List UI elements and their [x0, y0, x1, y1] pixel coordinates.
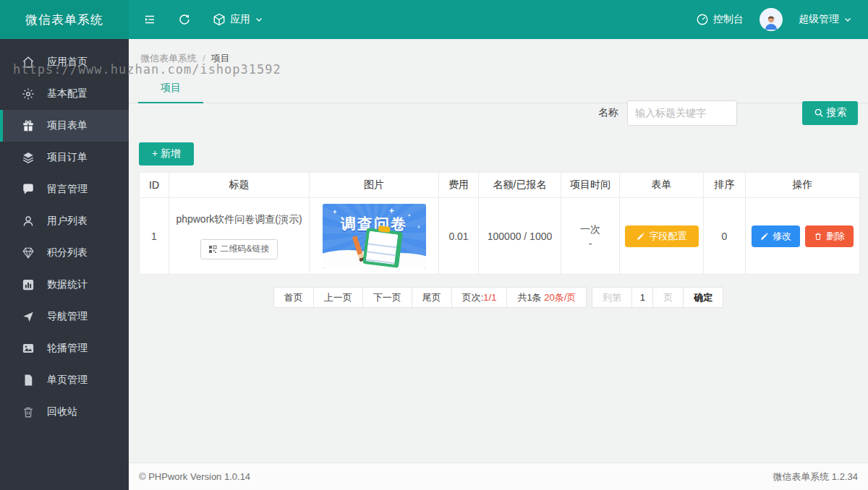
chevron-down-icon — [843, 15, 852, 24]
search-row: 名称 搜索 — [598, 100, 858, 126]
cell-title: phpwork软件问卷调查(演示) 二维码&链接 — [169, 198, 310, 275]
refresh-icon[interactable] — [178, 13, 191, 26]
topbar-left: 应用 — [129, 0, 263, 39]
nav-icon — [22, 310, 35, 323]
pagination-goto-input[interactable] — [631, 287, 653, 308]
cell-form: 字段配置 — [620, 198, 704, 275]
cell-image: 调查问卷 — [310, 198, 439, 275]
comment-icon — [22, 183, 35, 196]
sidebar: 应用首页 基本配置 项目表单 项目订单 留言管理 用户列表 — [0, 39, 129, 490]
image-icon — [22, 342, 35, 355]
home-icon — [22, 56, 35, 69]
cell-id: 1 — [140, 198, 169, 275]
layers-icon — [22, 151, 35, 164]
sidebar-item-single-page[interactable]: 单页管理 — [0, 364, 129, 396]
edit-button[interactable]: 修改 — [752, 225, 800, 247]
chart-icon — [22, 278, 35, 291]
tab-project[interactable]: 项目 — [138, 77, 203, 103]
gear-icon — [22, 87, 35, 100]
sidebar-item-project-forms[interactable]: 项目表单 — [0, 110, 129, 142]
sidebar-item-carousel[interactable]: 轮播管理 — [0, 332, 129, 364]
trash-icon — [814, 232, 822, 241]
pencil-icon — [760, 232, 769, 241]
top-bar: 微信表单系统 应用 — [0, 0, 868, 39]
footer-system-version: 微信表单系统 1.2.34 — [773, 470, 858, 483]
breadcrumb-root[interactable]: 微信表单系统 — [140, 53, 197, 64]
sidebar-item-messages[interactable]: 留言管理 — [0, 173, 129, 205]
clipboard-graphic — [362, 228, 403, 268]
pagination-goto-label: 到第 — [592, 287, 632, 308]
pagination-confirm-button[interactable]: 确定 — [683, 287, 723, 308]
pagination-total-info: 共1条 20条/页 — [506, 287, 587, 308]
sidebar-item-app-home[interactable]: 应用首页 — [0, 46, 129, 78]
app-logo: 微信表单系统 — [0, 0, 129, 39]
user-avatar[interactable] — [760, 8, 783, 31]
projects-table: ID 标题 图片 费用 名额/已报名 项目时间 表单 排序 操作 1 phpwo… — [139, 172, 860, 275]
sidebar-item-recycle-bin[interactable]: 回收站 — [0, 396, 129, 428]
col-header-sort: 排序 — [704, 173, 746, 198]
project-title: phpwork软件问卷调查(演示) — [169, 213, 309, 226]
pagination: 首页 上一页 下一页 尾页 页次:1/1 共1条 20条/页 到第 页 确定 — [129, 287, 868, 308]
table-row: 1 phpwork软件问卷调查(演示) 二维码&链接 调 — [140, 198, 860, 275]
username: 超级管理 — [799, 13, 839, 26]
sidebar-item-users[interactable]: 用户列表 — [0, 205, 129, 237]
cell-fee: 0.01 — [439, 198, 479, 275]
console-link[interactable]: 控制台 — [696, 13, 744, 26]
sidebar-item-navigation[interactable]: 导航管理 — [0, 301, 129, 332]
pencil-icon — [637, 232, 645, 241]
search-icon — [814, 108, 824, 118]
pagination-next[interactable]: 下一页 — [362, 287, 412, 308]
field-config-button[interactable]: 字段配置 — [625, 225, 699, 247]
cell-sort: 0 — [704, 198, 746, 275]
cell-time: 一次 - — [561, 198, 620, 275]
console-label: 控制台 — [713, 13, 744, 26]
main-content: 微信表单系统/项目 项目 名称 搜索 + 新增 ID 标题 图片 费用 名额/已… — [129, 39, 868, 490]
file-icon — [22, 374, 35, 387]
app-menu-label: 应用 — [230, 13, 250, 26]
qr-code-icon — [208, 245, 217, 254]
table-header-row: ID 标题 图片 费用 名额/已报名 项目时间 表单 排序 操作 — [140, 173, 860, 198]
pagination-page-info: 页次:1/1 — [451, 287, 508, 308]
gauge-icon — [696, 13, 709, 26]
app-box-icon — [213, 13, 226, 26]
footer-version: © PHPwork Version 1.0.14 — [139, 471, 250, 482]
cell-quota: 100000 / 1000 — [479, 198, 561, 275]
col-header-form: 表单 — [620, 173, 704, 198]
user-menu[interactable]: 超级管理 — [799, 13, 852, 26]
pagination-goto-unit: 页 — [652, 287, 684, 308]
sidebar-item-statistics[interactable]: 数据统计 — [0, 269, 129, 301]
app-menu[interactable]: 应用 — [213, 13, 263, 26]
search-label: 名称 — [598, 106, 618, 119]
sidebar-item-project-orders[interactable]: 项目订单 — [0, 142, 129, 173]
col-header-fee: 费用 — [439, 173, 479, 198]
breadcrumb-separator: / — [203, 53, 205, 64]
col-header-quota: 名额/已报名 — [479, 173, 561, 198]
qr-link-button[interactable]: 二维码&链接 — [200, 239, 277, 259]
col-header-image: 图片 — [310, 173, 439, 198]
trash-icon — [22, 405, 35, 418]
gem-icon — [22, 246, 35, 259]
collapse-sidebar-icon[interactable] — [143, 13, 156, 26]
gift-icon — [22, 119, 35, 132]
chevron-down-icon — [255, 15, 263, 24]
pagination-prev[interactable]: 上一页 — [313, 287, 363, 308]
add-button[interactable]: + 新增 — [139, 142, 194, 166]
user-icon — [22, 215, 35, 228]
delete-button[interactable]: 删除 — [805, 225, 854, 247]
pagination-first[interactable]: 首页 — [273, 287, 314, 308]
sidebar-item-basic-config[interactable]: 基本配置 — [0, 78, 129, 110]
topbar-right: 控制台 超级管理 — [696, 0, 868, 39]
project-thumbnail[interactable]: 调查问卷 — [323, 204, 426, 269]
search-input[interactable] — [627, 100, 737, 126]
sidebar-item-points[interactable]: 积分列表 — [0, 237, 129, 269]
breadcrumb-current: 项目 — [211, 53, 230, 64]
col-header-title: 标题 — [169, 173, 310, 198]
col-header-actions: 操作 — [746, 173, 860, 198]
star-icon — [389, 208, 395, 214]
search-button[interactable]: 搜索 — [802, 101, 858, 125]
pagination-last[interactable]: 尾页 — [412, 287, 452, 308]
breadcrumb: 微信表单系统/项目 — [129, 39, 868, 65]
footer: © PHPwork Version 1.0.14 微信表单系统 1.2.34 — [129, 463, 868, 490]
col-header-id: ID — [140, 173, 169, 198]
col-header-time: 项目时间 — [561, 173, 620, 198]
